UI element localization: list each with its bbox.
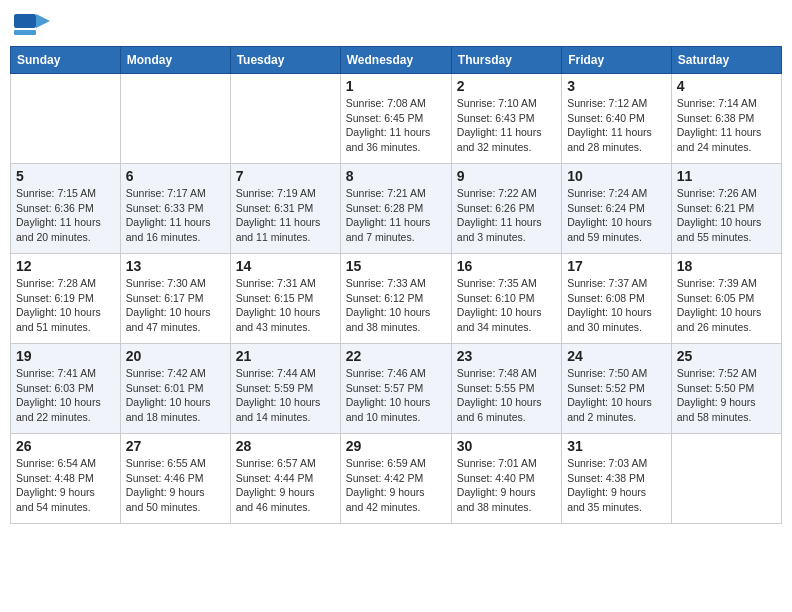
day-number: 25: [677, 348, 776, 364]
day-number: 9: [457, 168, 556, 184]
day-number: 18: [677, 258, 776, 274]
svg-rect-0: [14, 14, 36, 28]
day-number: 10: [567, 168, 666, 184]
calendar-cell: 13Sunrise: 7:30 AM Sunset: 6:17 PM Dayli…: [120, 254, 230, 344]
day-number: 23: [457, 348, 556, 364]
day-info: Sunrise: 7:37 AM Sunset: 6:08 PM Dayligh…: [567, 276, 666, 335]
day-number: 15: [346, 258, 446, 274]
calendar-cell: 1Sunrise: 7:08 AM Sunset: 6:45 PM Daylig…: [340, 74, 451, 164]
calendar-cell: [11, 74, 121, 164]
col-header-monday: Monday: [120, 47, 230, 74]
day-number: 1: [346, 78, 446, 94]
day-number: 24: [567, 348, 666, 364]
day-number: 19: [16, 348, 115, 364]
calendar-cell: 15Sunrise: 7:33 AM Sunset: 6:12 PM Dayli…: [340, 254, 451, 344]
day-number: 29: [346, 438, 446, 454]
calendar-cell: 12Sunrise: 7:28 AM Sunset: 6:19 PM Dayli…: [11, 254, 121, 344]
day-info: Sunrise: 7:35 AM Sunset: 6:10 PM Dayligh…: [457, 276, 556, 335]
col-header-sunday: Sunday: [11, 47, 121, 74]
col-header-friday: Friday: [562, 47, 672, 74]
calendar-cell: 5Sunrise: 7:15 AM Sunset: 6:36 PM Daylig…: [11, 164, 121, 254]
day-number: 26: [16, 438, 115, 454]
day-number: 14: [236, 258, 335, 274]
day-info: Sunrise: 7:15 AM Sunset: 6:36 PM Dayligh…: [16, 186, 115, 245]
calendar-cell: 8Sunrise: 7:21 AM Sunset: 6:28 PM Daylig…: [340, 164, 451, 254]
calendar-cell: 17Sunrise: 7:37 AM Sunset: 6:08 PM Dayli…: [562, 254, 672, 344]
calendar-cell: 7Sunrise: 7:19 AM Sunset: 6:31 PM Daylig…: [230, 164, 340, 254]
day-info: Sunrise: 7:31 AM Sunset: 6:15 PM Dayligh…: [236, 276, 335, 335]
calendar-table: SundayMondayTuesdayWednesdayThursdayFrid…: [10, 46, 782, 524]
col-header-tuesday: Tuesday: [230, 47, 340, 74]
day-info: Sunrise: 7:42 AM Sunset: 6:01 PM Dayligh…: [126, 366, 225, 425]
day-info: Sunrise: 7:10 AM Sunset: 6:43 PM Dayligh…: [457, 96, 556, 155]
calendar-cell: 25Sunrise: 7:52 AM Sunset: 5:50 PM Dayli…: [671, 344, 781, 434]
day-info: Sunrise: 7:03 AM Sunset: 4:38 PM Dayligh…: [567, 456, 666, 515]
day-number: 8: [346, 168, 446, 184]
day-number: 5: [16, 168, 115, 184]
day-number: 31: [567, 438, 666, 454]
day-info: Sunrise: 7:39 AM Sunset: 6:05 PM Dayligh…: [677, 276, 776, 335]
calendar-cell: 26Sunrise: 6:54 AM Sunset: 4:48 PM Dayli…: [11, 434, 121, 524]
day-number: 28: [236, 438, 335, 454]
day-number: 27: [126, 438, 225, 454]
day-info: Sunrise: 7:48 AM Sunset: 5:55 PM Dayligh…: [457, 366, 556, 425]
day-number: 7: [236, 168, 335, 184]
logo-icon: [14, 10, 50, 38]
day-info: Sunrise: 7:41 AM Sunset: 6:03 PM Dayligh…: [16, 366, 115, 425]
calendar-cell: 2Sunrise: 7:10 AM Sunset: 6:43 PM Daylig…: [451, 74, 561, 164]
calendar-cell: 20Sunrise: 7:42 AM Sunset: 6:01 PM Dayli…: [120, 344, 230, 434]
page-header: [10, 10, 782, 38]
calendar-cell: 28Sunrise: 6:57 AM Sunset: 4:44 PM Dayli…: [230, 434, 340, 524]
calendar-cell: 27Sunrise: 6:55 AM Sunset: 4:46 PM Dayli…: [120, 434, 230, 524]
day-info: Sunrise: 7:19 AM Sunset: 6:31 PM Dayligh…: [236, 186, 335, 245]
calendar-cell: [671, 434, 781, 524]
calendar-cell: 30Sunrise: 7:01 AM Sunset: 4:40 PM Dayli…: [451, 434, 561, 524]
day-number: 12: [16, 258, 115, 274]
calendar-cell: 19Sunrise: 7:41 AM Sunset: 6:03 PM Dayli…: [11, 344, 121, 434]
day-number: 17: [567, 258, 666, 274]
calendar-cell: 4Sunrise: 7:14 AM Sunset: 6:38 PM Daylig…: [671, 74, 781, 164]
day-number: 11: [677, 168, 776, 184]
day-info: Sunrise: 6:55 AM Sunset: 4:46 PM Dayligh…: [126, 456, 225, 515]
calendar-cell: 10Sunrise: 7:24 AM Sunset: 6:24 PM Dayli…: [562, 164, 672, 254]
day-info: Sunrise: 7:12 AM Sunset: 6:40 PM Dayligh…: [567, 96, 666, 155]
calendar-cell: 11Sunrise: 7:26 AM Sunset: 6:21 PM Dayli…: [671, 164, 781, 254]
calendar-cell: 29Sunrise: 6:59 AM Sunset: 4:42 PM Dayli…: [340, 434, 451, 524]
calendar-cell: 18Sunrise: 7:39 AM Sunset: 6:05 PM Dayli…: [671, 254, 781, 344]
day-number: 6: [126, 168, 225, 184]
day-number: 3: [567, 78, 666, 94]
calendar-cell: [120, 74, 230, 164]
calendar-cell: 6Sunrise: 7:17 AM Sunset: 6:33 PM Daylig…: [120, 164, 230, 254]
calendar-cell: 21Sunrise: 7:44 AM Sunset: 5:59 PM Dayli…: [230, 344, 340, 434]
calendar-cell: [230, 74, 340, 164]
calendar-cell: 16Sunrise: 7:35 AM Sunset: 6:10 PM Dayli…: [451, 254, 561, 344]
calendar-cell: 9Sunrise: 7:22 AM Sunset: 6:26 PM Daylig…: [451, 164, 561, 254]
day-info: Sunrise: 7:46 AM Sunset: 5:57 PM Dayligh…: [346, 366, 446, 425]
day-number: 30: [457, 438, 556, 454]
day-info: Sunrise: 7:30 AM Sunset: 6:17 PM Dayligh…: [126, 276, 225, 335]
day-info: Sunrise: 7:24 AM Sunset: 6:24 PM Dayligh…: [567, 186, 666, 245]
day-info: Sunrise: 7:14 AM Sunset: 6:38 PM Dayligh…: [677, 96, 776, 155]
day-info: Sunrise: 7:52 AM Sunset: 5:50 PM Dayligh…: [677, 366, 776, 425]
day-info: Sunrise: 6:54 AM Sunset: 4:48 PM Dayligh…: [16, 456, 115, 515]
calendar-cell: 3Sunrise: 7:12 AM Sunset: 6:40 PM Daylig…: [562, 74, 672, 164]
day-number: 4: [677, 78, 776, 94]
calendar-cell: 23Sunrise: 7:48 AM Sunset: 5:55 PM Dayli…: [451, 344, 561, 434]
day-info: Sunrise: 7:44 AM Sunset: 5:59 PM Dayligh…: [236, 366, 335, 425]
svg-rect-2: [14, 30, 36, 35]
day-info: Sunrise: 7:22 AM Sunset: 6:26 PM Dayligh…: [457, 186, 556, 245]
calendar-cell: 24Sunrise: 7:50 AM Sunset: 5:52 PM Dayli…: [562, 344, 672, 434]
day-number: 13: [126, 258, 225, 274]
day-info: Sunrise: 7:33 AM Sunset: 6:12 PM Dayligh…: [346, 276, 446, 335]
day-info: Sunrise: 7:08 AM Sunset: 6:45 PM Dayligh…: [346, 96, 446, 155]
day-number: 16: [457, 258, 556, 274]
day-info: Sunrise: 6:57 AM Sunset: 4:44 PM Dayligh…: [236, 456, 335, 515]
logo: [14, 10, 54, 38]
day-info: Sunrise: 6:59 AM Sunset: 4:42 PM Dayligh…: [346, 456, 446, 515]
day-number: 21: [236, 348, 335, 364]
day-info: Sunrise: 7:28 AM Sunset: 6:19 PM Dayligh…: [16, 276, 115, 335]
col-header-wednesday: Wednesday: [340, 47, 451, 74]
day-info: Sunrise: 7:21 AM Sunset: 6:28 PM Dayligh…: [346, 186, 446, 245]
day-info: Sunrise: 7:50 AM Sunset: 5:52 PM Dayligh…: [567, 366, 666, 425]
day-number: 22: [346, 348, 446, 364]
